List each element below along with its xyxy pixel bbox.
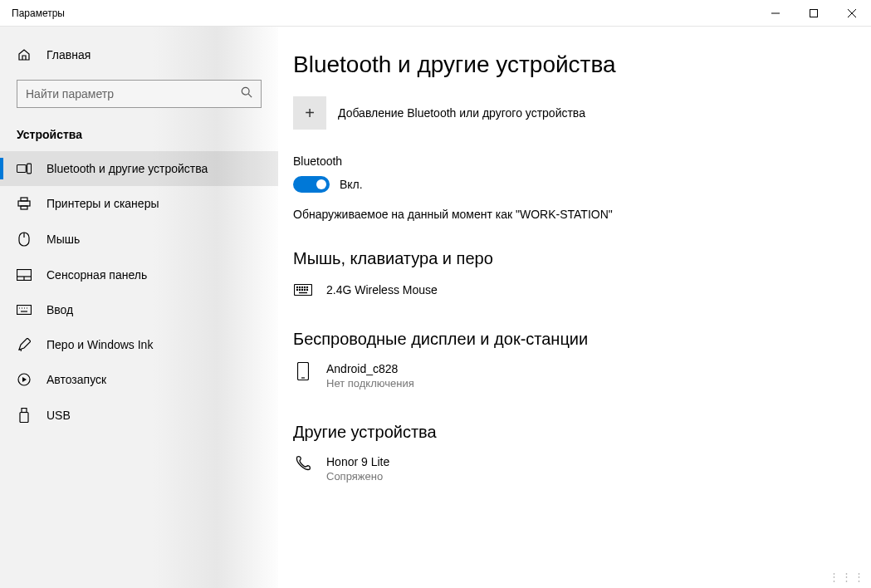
add-device-label: Добавление Bluetooth или другого устройс…: [338, 106, 585, 120]
discoverable-text: Обнаруживаемое на данный момент как "WOR…: [293, 208, 838, 221]
svg-marker-23: [22, 377, 27, 382]
window-title: Параметры: [0, 7, 756, 19]
close-button[interactable]: [833, 0, 871, 27]
phone-device-icon: [293, 362, 313, 380]
maximize-button[interactable]: [795, 0, 833, 27]
sidebar-item-label: Автозапуск: [46, 373, 106, 386]
page-title: Bluetooth и другие устройства: [293, 51, 838, 78]
sidebar-item-label: Сенсорная панель: [46, 268, 147, 282]
add-device-button[interactable]: +: [293, 96, 326, 130]
sidebar-item-label: USB: [46, 409, 71, 422]
sidebar-item-autoplay[interactable]: Автозапуск: [0, 362, 278, 397]
svg-rect-10: [21, 206, 27, 209]
svg-rect-8: [18, 201, 30, 206]
device-name: 2.4G Wireless Mouse: [326, 283, 438, 296]
plus-icon: +: [305, 104, 315, 123]
svg-point-32: [296, 289, 297, 290]
device-status: Сопряжено: [326, 470, 389, 483]
touchpad-icon: [17, 269, 32, 281]
device-name: Android_c828: [326, 362, 414, 375]
home-icon: [17, 48, 32, 61]
sidebar-item-printers[interactable]: Принтеры и сканеры: [0, 186, 278, 221]
pen-icon: [17, 338, 32, 351]
device-status: Нет подключения: [326, 377, 414, 390]
svg-point-4: [242, 87, 249, 95]
mouse-icon: [17, 232, 32, 247]
bluetooth-label: Bluetooth: [293, 154, 838, 168]
section-other-devices: Другие устройства: [293, 423, 838, 442]
svg-rect-1: [810, 9, 818, 17]
sidebar-item-usb[interactable]: USB: [0, 397, 278, 434]
autoplay-icon: [17, 373, 32, 386]
svg-rect-38: [298, 363, 309, 380]
svg-rect-25: [20, 413, 28, 423]
sidebar-item-bluetooth[interactable]: Bluetooth и другие устройства: [0, 151, 278, 186]
device-name: Honor 9 Lite: [326, 455, 389, 468]
phone-call-icon: [293, 455, 313, 472]
svg-point-29: [301, 287, 302, 287]
section-wireless-display: Беспроводные дисплеи и док-станции: [293, 330, 838, 349]
svg-point-35: [304, 289, 305, 290]
section-mouse-keyboard: Мышь, клавиатура и перо: [293, 249, 838, 268]
add-device-row[interactable]: + Добавление Bluetooth или другого устро…: [293, 96, 838, 130]
device-item-mouse[interactable]: 2.4G Wireless Mouse: [293, 280, 838, 315]
home-label: Главная: [46, 48, 91, 61]
svg-rect-7: [27, 164, 32, 174]
printer-icon: [17, 197, 32, 210]
sidebar-item-mouse[interactable]: Мышь: [0, 221, 278, 257]
svg-rect-16: [17, 306, 32, 315]
device-item-display[interactable]: Android_c828 Нет подключения: [293, 360, 838, 408]
keyboard-icon: [17, 305, 32, 315]
sidebar-item-label: Принтеры и сканеры: [46, 197, 159, 210]
svg-point-28: [299, 287, 300, 287]
svg-point-27: [296, 287, 297, 287]
sidebar-item-label: Перо и Windows Ink: [46, 338, 153, 351]
svg-point-33: [299, 289, 300, 290]
resize-grip[interactable]: ⋮⋮⋮: [829, 571, 866, 583]
device-item-other[interactable]: Honor 9 Lite Сопряжено: [293, 453, 838, 501]
svg-point-31: [306, 287, 307, 287]
sidebar-item-pen[interactable]: Перо и Windows Ink: [0, 327, 278, 362]
titlebar: Параметры: [0, 0, 871, 27]
svg-line-5: [248, 94, 252, 97]
sidebar-item-label: Ввод: [46, 303, 73, 316]
devices-icon: [17, 163, 32, 174]
sidebar-item-label: Bluetooth и другие устройства: [46, 162, 208, 175]
sidebar: Главная Устройства Bluetooth и другие ус…: [0, 27, 278, 588]
sidebar-item-touchpad[interactable]: Сенсорная панель: [0, 257, 278, 292]
search-icon: [241, 86, 252, 101]
svg-point-30: [304, 287, 305, 287]
sidebar-item-typing[interactable]: Ввод: [0, 292, 278, 327]
svg-rect-9: [21, 198, 27, 201]
bluetooth-toggle-state: Вкл.: [340, 178, 363, 191]
home-nav[interactable]: Главная: [0, 42, 278, 68]
usb-icon: [17, 408, 32, 423]
window-controls: [756, 0, 871, 27]
svg-point-36: [306, 289, 307, 290]
svg-rect-24: [22, 409, 27, 413]
main-content: Bluetooth и другие устройства + Добавлен…: [278, 27, 871, 588]
svg-rect-6: [17, 165, 26, 173]
category-heading: Устройства: [0, 123, 278, 151]
search-input[interactable]: [26, 87, 241, 100]
keyboard-device-icon: [293, 284, 313, 296]
minimize-button[interactable]: [756, 0, 795, 27]
search-box[interactable]: [17, 80, 262, 108]
svg-point-34: [301, 289, 302, 290]
sidebar-item-label: Мышь: [46, 233, 80, 246]
bluetooth-toggle[interactable]: [293, 176, 330, 193]
